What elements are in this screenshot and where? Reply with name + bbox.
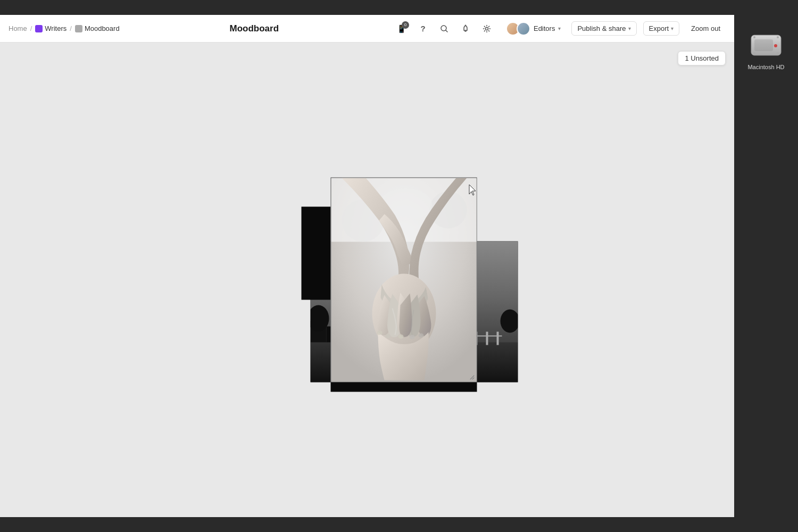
breadcrumb-writers-item[interactable]: Writers [35, 24, 66, 32]
svg-line-42 [470, 376, 475, 380]
canvas-content [0, 43, 734, 517]
toolbar: Home / Writers / Moodboard Moodboard [0, 15, 734, 43]
bell-icon [461, 24, 470, 33]
publish-share-chevron: ▾ [628, 26, 631, 31]
breadcrumb: Home / Writers / Moodboard [9, 24, 120, 32]
editors-label: Editors [534, 24, 555, 32]
notifications-button[interactable] [457, 20, 474, 37]
svg-point-3 [485, 27, 488, 30]
unsorted-label: 1 Unsorted [685, 54, 719, 62]
export-label: Export [649, 24, 669, 32]
svg-line-43 [472, 378, 475, 380]
breadcrumb-writers: Writers [45, 24, 66, 32]
svg-rect-21 [486, 332, 488, 345]
moodboard-icon [75, 25, 82, 32]
drive-icon [749, 30, 783, 60]
breadcrumb-sep-2: / [70, 24, 72, 32]
writers-icon [35, 25, 43, 32]
dark-block-left [302, 207, 331, 300]
macintosh-hd[interactable]: Macintosh HD [743, 26, 788, 74]
os-top-bar [0, 0, 798, 15]
svg-point-39 [419, 334, 424, 338]
image-composition[interactable] [331, 178, 477, 383]
breadcrumb-sep-1: / [30, 24, 32, 32]
svg-point-38 [398, 335, 404, 339]
breadcrumb-moodboard: Moodboard [85, 24, 120, 32]
main-hands-image[interactable] [331, 178, 477, 383]
app-container: Home / Writers / Moodboard Moodboard [0, 15, 798, 517]
toolbar-center: Moodboard [120, 23, 389, 34]
svg-rect-22 [497, 332, 499, 345]
mobile-preview-button[interactable]: 📱 0 [393, 20, 410, 37]
svg-rect-46 [754, 39, 773, 51]
svg-point-48 [753, 36, 755, 38]
help-icon: ? [420, 24, 425, 33]
editors-chevron: ▾ [558, 26, 561, 31]
svg-point-36 [377, 331, 383, 335]
svg-point-40 [410, 335, 415, 339]
svg-point-47 [774, 44, 777, 47]
publish-share-label: Publish & share [577, 24, 626, 32]
breadcrumb-moodboard-item[interactable]: Moodboard [75, 24, 120, 32]
help-button[interactable]: ? [414, 20, 431, 37]
settings-button[interactable] [478, 20, 495, 37]
page-title: Moodboard [230, 23, 279, 34]
search-icon [440, 24, 448, 33]
svg-point-49 [777, 36, 779, 38]
toolbar-icons: 📱 0 ? [393, 20, 495, 37]
svg-point-51 [777, 52, 779, 54]
settings-icon [483, 24, 491, 33]
svg-point-37 [386, 334, 391, 338]
notifications-badge: 0 [402, 21, 409, 29]
avatar-group [506, 22, 530, 36]
avatar-2 [517, 22, 530, 36]
zoom-out-label: Zoom out [691, 24, 720, 32]
hands-svg [331, 178, 477, 383]
toolbar-right: 📱 0 ? [389, 20, 726, 38]
svg-point-50 [753, 52, 755, 54]
canvas-area[interactable]: 1 Unsorted [0, 43, 734, 517]
svg-line-1 [446, 30, 447, 32]
mac-desktop-sidebar: Macintosh HD [734, 15, 798, 517]
search-button[interactable] [436, 20, 453, 37]
export-button[interactable]: Export ▾ [643, 21, 680, 36]
drive-label: Macintosh HD [747, 64, 784, 70]
breadcrumb-home[interactable]: Home [9, 24, 27, 32]
unsorted-badge[interactable]: 1 Unsorted [678, 51, 726, 65]
main-area: Home / Writers / Moodboard Moodboard [0, 15, 734, 517]
bottom-bar [0, 517, 798, 532]
export-chevron: ▾ [671, 26, 674, 31]
publish-share-button[interactable]: Publish & share ▾ [571, 21, 636, 36]
resize-handle[interactable] [468, 373, 475, 380]
dark-bottom-strip [331, 383, 477, 392]
editors-button[interactable]: Editors ▾ [502, 20, 565, 38]
zoom-out-button[interactable]: Zoom out [686, 22, 726, 35]
